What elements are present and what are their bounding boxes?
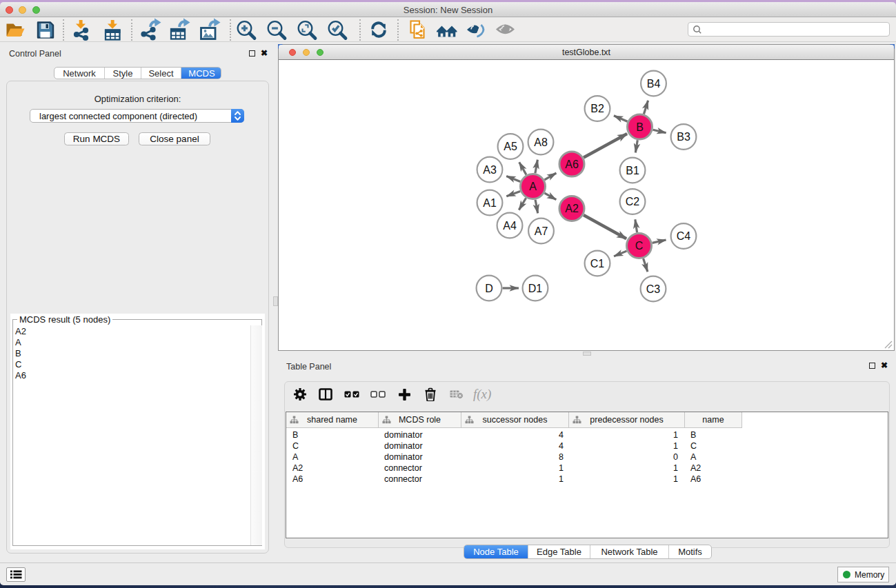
svg-text:B1: B1: [626, 165, 639, 176]
svg-text:A5: A5: [504, 141, 517, 152]
svg-text:D1: D1: [528, 283, 543, 294]
svg-text:A7: A7: [535, 225, 548, 237]
svg-text:C4: C4: [677, 230, 691, 242]
svg-text:A3: A3: [483, 164, 497, 176]
svg-text:A2: A2: [565, 203, 579, 214]
svg-text:C: C: [635, 240, 644, 252]
svg-text:C3: C3: [646, 283, 661, 295]
svg-text:A4: A4: [503, 220, 517, 232]
svg-text:A6: A6: [565, 159, 579, 170]
svg-text:A: A: [529, 181, 537, 192]
svg-text:D: D: [485, 283, 493, 294]
svg-text:B4: B4: [647, 78, 661, 90]
svg-text:A8: A8: [534, 136, 548, 148]
svg-text:B3: B3: [677, 131, 690, 143]
svg-text:B: B: [636, 121, 644, 133]
svg-text:A1: A1: [483, 197, 497, 209]
svg-text:C2: C2: [626, 196, 640, 207]
svg-text:C1: C1: [590, 258, 605, 270]
svg-text:B2: B2: [590, 103, 604, 114]
